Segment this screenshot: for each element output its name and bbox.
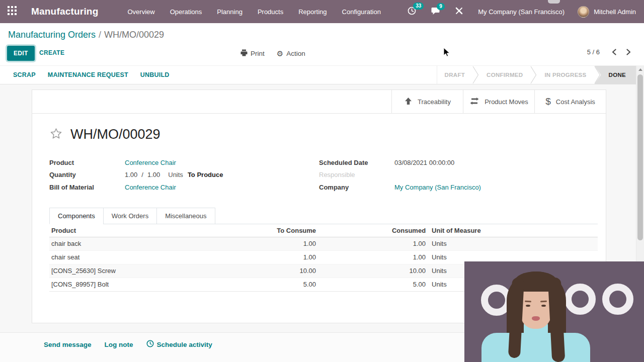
product-link[interactable]: Conference Chair [125, 159, 176, 166]
tab-components[interactable]: Components [49, 208, 104, 224]
messages-button[interactable]: 9 [431, 7, 440, 17]
breadcrumb-parent[interactable]: Manufacturing Orders [8, 30, 96, 40]
pager-value[interactable]: 5 / 6 [587, 48, 600, 56]
user-menu[interactable]: Mitchell Admin [594, 8, 636, 16]
apps-menu-button[interactable] [0, 0, 24, 23]
app-menu: Overview Operations Planning Products Re… [128, 8, 381, 16]
status-draft[interactable]: DRAFT [437, 66, 472, 84]
company-link[interactable]: My Company (San Francisco) [394, 184, 481, 191]
product-label: Product [49, 159, 125, 166]
control-panel: Manufacturing Orders/WH/MO/00029 EDIT CR… [0, 23, 644, 65]
printer-icon [240, 49, 248, 58]
scrap-button[interactable]: SCRAP [13, 71, 36, 78]
log-note-button[interactable]: Log note [105, 341, 133, 348]
print-button[interactable]: Print [240, 49, 265, 58]
chevron-separator-icon [472, 66, 479, 84]
statusbar: DRAFT CONFIRMED IN PROGRESS DONE [437, 66, 636, 84]
scheduled-date-label: Scheduled Date [319, 159, 394, 166]
dollar-icon: $ [545, 96, 551, 107]
menu-configuration[interactable]: Configuration [342, 8, 381, 16]
bom-link[interactable]: Conference Chair [125, 184, 176, 191]
apps-grid-icon [8, 6, 17, 17]
field-group-right: Scheduled Date 03/08/2021 00:00:00 Respo… [319, 156, 481, 194]
record-title: WH/MO/00029 [70, 127, 160, 142]
presenter-shirt [481, 333, 590, 362]
menu-reporting[interactable]: Reporting [298, 8, 327, 16]
maintenance-request-button[interactable]: MAINTENANCE REQUEST [48, 71, 128, 78]
create-button[interactable]: CREATE [39, 49, 64, 56]
notebook-tabs: Components Work Orders Miscellaneous [49, 208, 598, 224]
exchange-icon [469, 98, 479, 106]
user-avatar[interactable] [578, 6, 589, 18]
action-button[interactable]: ⚙ Action [277, 50, 305, 57]
send-message-button[interactable]: Send message [44, 341, 92, 348]
product-moves-button[interactable]: Product Moves [463, 90, 534, 113]
tools-cross-icon [455, 7, 463, 16]
menu-products[interactable]: Products [258, 8, 283, 16]
menu-planning[interactable]: Planning [217, 8, 243, 16]
menu-overview[interactable]: Overview [128, 8, 155, 16]
message-count-badge: 9 [437, 3, 445, 10]
quantity-value: 1.00/1.00UnitsTo Produce [125, 171, 223, 178]
chevron-separator-icon [530, 66, 537, 84]
quantity-label: Quantity [49, 171, 125, 178]
video-overlay[interactable] [464, 261, 644, 362]
column-header-product: Product [49, 224, 225, 237]
odoo-logo-ring [565, 284, 596, 315]
scrollbar-thumb[interactable] [637, 74, 643, 240]
breadcrumb-current: WH/MO/00029 [104, 30, 164, 40]
favorite-star-icon[interactable] [49, 127, 63, 142]
field-group-left: Product Conference Chair Quantity 1.00/1… [49, 156, 319, 194]
tooltip-remnant [548, 0, 560, 4]
traceability-button[interactable]: Traceability [391, 90, 463, 113]
status-confirmed[interactable]: CONFIRMED [479, 66, 530, 84]
pager-next-icon[interactable] [626, 49, 631, 55]
pager: 5 / 6 [587, 48, 631, 56]
table-row[interactable]: chair back 1.00 1.00 Units [49, 237, 598, 250]
scheduled-date-value: 03/08/2021 00:00:00 [394, 159, 454, 166]
menu-operations[interactable]: Operations [170, 8, 202, 16]
app-name[interactable]: Manufacturing [31, 6, 99, 17]
status-done[interactable]: DONE [595, 66, 636, 84]
cost-analysis-button[interactable]: $ Cost Analysis [534, 90, 606, 113]
schedule-activity-button[interactable]: Schedule activity [146, 340, 212, 349]
clock-outline-icon [146, 340, 154, 349]
systray: 33 9 My Company (San Francisco) Mitchell… [408, 6, 644, 18]
company-label: Company [319, 184, 394, 191]
pager-previous-icon[interactable] [612, 49, 616, 55]
edit-button[interactable]: EDIT [7, 46, 35, 61]
tools-button[interactable] [455, 7, 463, 16]
activities-button[interactable]: 33 [408, 7, 416, 17]
tab-work-orders[interactable]: Work Orders [103, 208, 157, 224]
column-header-consumed: Consumed [318, 224, 428, 237]
column-header-uom: Unit of Measure [428, 224, 598, 237]
top-navbar: Manufacturing Overview Operations Planni… [0, 0, 644, 23]
unbuild-button[interactable]: UNBUILD [140, 71, 170, 78]
company-switcher[interactable]: My Company (San Francisco) [478, 8, 565, 16]
odoo-logo-ring [602, 284, 633, 315]
gear-icon: ⚙ [277, 50, 283, 57]
bom-label: Bill of Material [49, 184, 125, 191]
action-bar: SCRAP MAINTENANCE REQUEST UNBUILD DRAFT … [0, 65, 644, 84]
status-in-progress[interactable]: IN PROGRESS [537, 66, 594, 84]
breadcrumb-separator: / [99, 30, 101, 40]
column-header-to-consume: To Consume [225, 224, 318, 237]
activity-count-badge: 33 [413, 3, 424, 10]
responsible-label: Responsible [319, 171, 394, 178]
smart-button-box: Traceability Product Moves $ Cost Analys… [32, 90, 606, 114]
scrollbar-up-icon[interactable] [636, 66, 644, 73]
tab-miscellaneous[interactable]: Miscellaneous [156, 208, 215, 224]
arrow-up-icon [404, 97, 413, 107]
breadcrumb: Manufacturing Orders/WH/MO/00029 [8, 30, 164, 40]
